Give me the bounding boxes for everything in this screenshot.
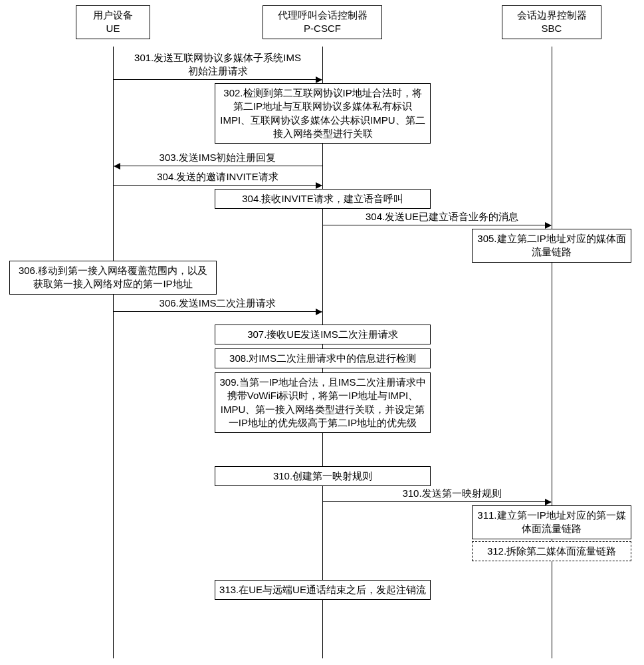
note-302: 302.检测到第二互联网协议IP地址合法时，将第二IP地址与互联网协议多媒体私有…: [215, 83, 431, 144]
note-313: 313.在UE与远端UE通话结束之后，发起注销流: [215, 580, 431, 600]
note-308: 308.对IMS二次注册请求中的信息进行检测: [215, 348, 431, 368]
sequence-diagram: 用户设备 UE 代理呼叫会话控制器 P-CSCF 会话边界控制器 SBC 301…: [0, 0, 644, 665]
msg-304c-label: 304.发送UE已建立语音业务的消息: [349, 210, 535, 223]
note-304b: 304.接收INVITE请求，建立语音呼叫: [215, 189, 431, 209]
actor-pcscf-l2: P-CSCF: [304, 23, 341, 34]
note-305: 305.建立第二IP地址对应的媒体面流量链路: [472, 229, 631, 263]
actor-ue: 用户设备 UE: [76, 5, 150, 39]
msg-306b-label: 306.发送IMS二次注册请求: [133, 297, 302, 310]
actor-ue-l1: 用户设备: [93, 9, 133, 21]
msg-306b-arrow: [114, 311, 322, 312]
note-309: 309.当第一IP地址合法，且IMS二次注册请求中携带VoWiFi标识时，将第一…: [215, 372, 431, 433]
note-311: 311.建立第一IP地址对应的第一媒体面流量链路: [472, 505, 631, 539]
actor-sbc-l1: 会话边界控制器: [517, 9, 587, 21]
msg-310b-arrow: [323, 501, 551, 502]
actor-sbc-l2: SBC: [542, 23, 562, 34]
note-310a: 310.创建第一映射规则: [215, 466, 431, 486]
msg-304a-arrow: [114, 185, 322, 186]
actor-sbc: 会话边界控制器 SBC: [502, 5, 601, 39]
msg-310b-label: 310.发送第一映射规则: [369, 487, 535, 500]
msg-303-label: 303.发送IMS初始注册回复: [133, 151, 302, 164]
note-307: 307.接收UE发送IMS二次注册请求: [215, 325, 431, 344]
msg-304a-label: 304.发送的邀请INVITE请求: [133, 170, 302, 184]
actor-pcscf: 代理呼叫会话控制器 P-CSCF: [263, 5, 382, 39]
msg-301-label: 301.发送互联网协议多媒体子系统IMS初始注册请求: [133, 51, 302, 77]
msg-301-arrow: [114, 79, 322, 80]
lifeline-ue: [113, 47, 114, 658]
actor-pcscf-l1: 代理呼叫会话控制器: [278, 9, 368, 21]
msg-303-arrow: [114, 166, 322, 166]
lifeline-sbc: [552, 47, 552, 658]
actor-ue-l2: UE: [106, 23, 120, 34]
note-312: 312.拆除第二媒体面流量链路: [472, 541, 631, 561]
msg-304c-arrow: [323, 225, 551, 225]
note-306a: 306.移动到第一接入网络覆盖范围内，以及获取第一接入网络对应的第一IP地址: [9, 261, 217, 295]
